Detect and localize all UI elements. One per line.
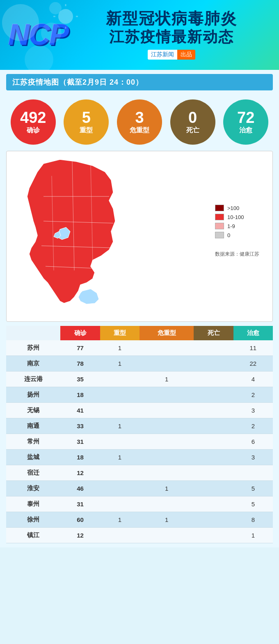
td-value: 33 [60,418,100,434]
td-value: 1 [100,450,140,465]
td-value: 18 [60,387,100,403]
td-value [194,418,233,434]
table-row: 连云港3514 [6,372,273,387]
stat-severe-number: 5 [82,110,91,125]
td-city: 连云港 [6,372,60,387]
td-value [194,450,233,465]
badge-suffix: 出品 [177,50,195,60]
svg-point-0 [58,9,73,24]
td-value [140,418,194,434]
td-value: 4 [233,372,273,387]
td-value: 1 [100,356,140,372]
td-city: 宿迁 [6,465,60,481]
td-city: 泰州 [6,496,60,512]
td-value [194,496,233,512]
stat-confirmed-number: 492 [20,110,46,125]
legend-color-0 [215,232,224,238]
stat-critical: 3 危重型 [117,99,162,145]
td-city: 无锡 [6,403,60,418]
header-title-line1: 新型冠状病毒肺炎 [106,9,237,28]
td-city: 苏州 [6,340,60,356]
td-value [194,465,233,481]
badge-prefix: 江苏新闻 [148,50,177,60]
stat-recovered-number: 72 [237,110,254,125]
td-value [140,387,194,403]
table-row: 扬州182 [6,387,273,403]
td-value: 41 [60,403,100,418]
td-value: 12 [60,465,100,481]
table-row: 盐城1813 [6,450,273,465]
td-value [100,372,140,387]
header-right: 新型冠状病毒肺炎 江苏疫情最新动态 江苏新闻 出品 [68,9,271,60]
td-value [194,528,233,543]
stat-confirmed-label: 确诊 [27,126,40,135]
th-death: 死亡 [194,326,233,340]
stat-severe: 5 重型 [64,99,109,145]
map-legend: >100 10-100 1-9 0 数据来源：健康江苏 [215,155,268,258]
td-city: 南通 [6,418,60,434]
table-row: 苏州77111 [6,340,273,356]
td-value [100,481,140,496]
td-value: 6 [233,434,273,450]
td-value [140,340,194,356]
td-value [140,434,194,450]
map-container: >100 10-100 1-9 0 数据来源：健康江苏 [6,151,273,322]
td-value [140,356,194,372]
td-city: 淮安 [6,481,60,496]
map-svg-area [11,155,211,317]
td-value: 31 [60,434,100,450]
th-severe: 重型 [100,326,140,340]
map-section: 江苏疫情地图（截至2月9日 24：00） 492 确诊 5 重型 3 危重型 0… [0,70,279,547]
th-confirmed: 确诊 [60,326,100,340]
td-value [194,481,233,496]
td-value: 2 [233,387,273,403]
td-value: 12 [60,528,100,543]
td-value: 1 [140,512,194,528]
td-value [194,434,233,450]
table-row: 常州316 [6,434,273,450]
td-value [140,528,194,543]
td-value: 1 [100,340,140,356]
stat-critical-number: 3 [135,110,144,125]
td-value: 1 [140,372,194,387]
header: NCP 新型冠状病毒肺炎 江苏疫情最新动态 江苏新闻 出品 [0,0,279,70]
td-city: 徐州 [6,512,60,528]
legend-item-1to9: 1-9 [215,223,264,229]
td-value [194,403,233,418]
td-value: 77 [60,340,100,356]
td-city: 镇江 [6,528,60,543]
td-value [194,512,233,528]
stat-death-label: 死亡 [186,126,199,135]
legend-label-10to100: 10-100 [227,214,244,220]
stat-critical-label: 危重型 [130,126,149,135]
legend-label-0: 0 [227,232,230,238]
td-value: 1 [100,418,140,434]
th-city [6,326,60,340]
td-value: 3 [233,450,273,465]
td-value [100,387,140,403]
td-value: 5 [233,496,273,512]
legend-item-over100: >100 [215,205,264,211]
td-value [100,465,140,481]
td-value: 5 [233,481,273,496]
td-city: 扬州 [6,387,60,403]
td-value: 8 [233,512,273,528]
legend-label-over100: >100 [227,205,239,211]
table-row: 徐州60118 [6,512,273,528]
td-value [140,496,194,512]
table-row: 泰州315 [6,496,273,512]
virus-icon [53,4,78,30]
header-badge: 江苏新闻 出品 [148,50,195,60]
td-value: 35 [60,372,100,387]
legend-color-10to100 [215,214,224,220]
td-city: 盐城 [6,450,60,465]
td-value [194,387,233,403]
td-value [194,340,233,356]
th-recovered: 治愈 [233,326,273,340]
jiangsu-map [11,155,138,316]
td-value: 18 [60,450,100,465]
td-value [140,403,194,418]
td-value [140,450,194,465]
data-table: 确诊 重型 危重型 死亡 治愈 苏州77111南京78122连云港3514扬州1… [6,326,273,543]
td-value [100,496,140,512]
